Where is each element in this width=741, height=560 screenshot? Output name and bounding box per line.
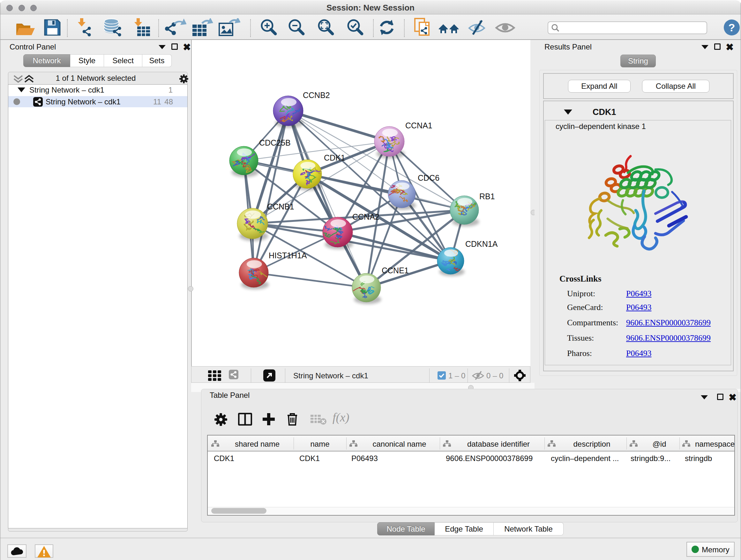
svg-text:CCNA1: CCNA1 — [405, 121, 432, 130]
svg-text:CDKN1A: CDKN1A — [465, 240, 498, 248]
svg-text:CCNB2: CCNB2 — [303, 91, 330, 100]
svg-text:HIST1H1A: HIST1H1A — [269, 251, 307, 260]
svg-text:CDK1: CDK1 — [324, 153, 345, 162]
svg-text:CCNB1: CCNB1 — [267, 202, 294, 211]
svg-text:RB1: RB1 — [479, 192, 495, 201]
svg-text:CCNE1: CCNE1 — [382, 266, 409, 275]
svg-text:CDC25B: CDC25B — [259, 138, 291, 147]
svg-text:CCNA2: CCNA2 — [352, 212, 380, 221]
svg-text:CDC6: CDC6 — [418, 173, 440, 182]
svg-text:?: ? — [729, 21, 735, 34]
